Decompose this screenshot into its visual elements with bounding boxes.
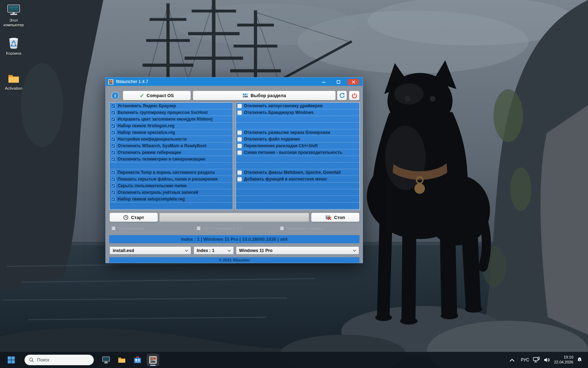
checkbox-checked[interactable]: ✓	[111, 124, 115, 128]
tweak-option-row[interactable]: ✓Настройки конфиденциальности	[110, 136, 233, 143]
minimize-button[interactable]	[318, 79, 329, 85]
edition-dropdown[interactable]: Windows 11 Pro	[236, 246, 359, 254]
dropdown-value: Index : 1	[197, 248, 215, 253]
checkbox-checked[interactable]: ✓	[111, 197, 115, 202]
tweak-option-label: Перенести Temp в корень системного разде…	[118, 170, 215, 175]
network-status[interactable]	[531, 354, 542, 366]
taskbar-app-store[interactable]	[131, 354, 144, 366]
desktop-icon-recycle-bin[interactable]: Корзина	[2, 36, 25, 56]
taskbar-overflow-chevron[interactable]	[507, 354, 517, 366]
focus-assist[interactable]: z	[574, 354, 585, 366]
tweak-option-row[interactable]: ✓Набор твиков setupcomplete.reg	[110, 196, 233, 203]
tweak-option-row[interactable]: ✓Набор твиков firstlogon.reg	[110, 123, 233, 129]
tweak-option-row[interactable]: Схема питания - высокая производительнос…	[236, 149, 359, 156]
store-icon	[133, 355, 142, 364]
tweak-option-row[interactable]: ✓Отключить телеметрию и синхронизацию	[110, 156, 233, 163]
index-dropdown[interactable]: Index : 1	[194, 246, 234, 254]
checkbox-checked[interactable]: ✓	[111, 170, 115, 175]
tweak-option-label: Переключение раскладки Ctrl+Shift	[244, 143, 318, 148]
tweak-option-row[interactable]: ✓Показать скрытые файлы, папки и расшире…	[110, 176, 233, 183]
tweak-option-row[interactable]: ✓Отключить контроль учётных записей	[110, 189, 233, 196]
checkbox-icon	[112, 226, 115, 230]
tweak-option-row[interactable]: Отключить файл подкачки	[236, 136, 359, 143]
tweak-option-row[interactable]: ✓Перенести Temp в корень системного разд…	[110, 169, 233, 176]
minimize-icon	[322, 80, 326, 84]
copyright-text: © 2021 flibustier	[219, 258, 250, 262]
tweak-option-row[interactable]: Отключить размытие экрана блокировки	[236, 129, 359, 136]
taskbar-search[interactable]: Поиск	[24, 355, 94, 365]
maximize-button[interactable]	[333, 79, 343, 85]
taskbar: Поиск РУС	[0, 352, 588, 368]
checkbox-unchecked[interactable]	[237, 144, 242, 148]
empty-row	[236, 156, 359, 163]
tweak-option-row[interactable]: Переключение раскладки Ctrl+Shift	[236, 143, 359, 149]
checkbox-unchecked[interactable]	[237, 130, 242, 135]
tweak-option-row[interactable]: ✓Исправить цвет заголовков окон(для Ribb…	[110, 116, 233, 123]
tweak-option-label: Набор твиков setupcomplete.reg	[118, 197, 185, 202]
info-button[interactable]: i	[111, 92, 119, 100]
flblauncher-window: flblauncher 1.4.7 i ✓ Compact OS Выбор р…	[105, 77, 363, 263]
tweak-option-row[interactable]: ✓Установить Яндекс Браузер	[110, 103, 233, 109]
language-packs-label: Языковые пакеты	[286, 226, 324, 231]
refresh-icon	[339, 93, 345, 98]
tweak-option-label: Настройки конфиденциальности	[118, 137, 187, 142]
close-button[interactable]	[348, 79, 359, 85]
window-title: flblauncher 1.4.7	[116, 79, 148, 84]
taskbar-app-flblauncher-active[interactable]	[147, 354, 159, 366]
tweak-option-row[interactable]: ✓Отключить режим гибернации	[110, 149, 233, 156]
checkbox-unchecked[interactable]	[237, 137, 242, 142]
clock-icon	[123, 215, 128, 220]
desktop-icon-this-pc[interactable]: Этот компьютер	[2, 4, 25, 27]
date-label: 22.04.2026	[550, 360, 573, 364]
start-menu-button[interactable]	[5, 354, 18, 366]
stop-icon	[326, 214, 331, 220]
checkbox-checked[interactable]: ✓	[111, 130, 115, 135]
taskbar-app-explorer[interactable]	[115, 354, 128, 366]
checkbox-unchecked[interactable]	[237, 170, 242, 175]
checkbox-checked[interactable]: ✓	[111, 184, 115, 188]
checkbox-unchecked[interactable]	[237, 104, 242, 108]
app-icon	[108, 79, 113, 84]
image-info-bar: Index : 1 | Windows 11 Pro | 10.0.28000.…	[109, 235, 359, 243]
checkbox-unchecked[interactable]	[237, 177, 242, 182]
tweak-option-row[interactable]: Отключить фиксы Meltdown, Spectre, Downf…	[236, 169, 359, 176]
tweak-option-row[interactable]: ✓Отключить WSearch, SysMain и ReadyBoot	[110, 143, 233, 149]
empty-row	[236, 196, 359, 203]
tweak-option-row[interactable]: ✓Скрыть пользовательские папки	[110, 183, 233, 189]
checkbox-checked[interactable]: ✓	[111, 117, 115, 122]
checkbox-checked[interactable]: ✓	[111, 144, 115, 148]
tweak-option-row[interactable]: Добавить функций в контекстное меню	[236, 176, 359, 183]
time-label: 19:10	[550, 355, 573, 360]
checkbox-checked[interactable]: ✓	[111, 104, 115, 108]
pc-icon	[102, 355, 111, 364]
checkbox-unchecked[interactable]	[237, 110, 242, 115]
language-label: РУС	[521, 357, 529, 362]
checkbox-checked[interactable]: ✓	[111, 177, 115, 182]
titlebar[interactable]: flblauncher 1.4.7	[106, 77, 363, 86]
tweak-option-row[interactable]: Отключить автоустановку драйверов	[236, 103, 359, 109]
partition-select-button[interactable]: Выбор раздела	[193, 91, 336, 100]
checkbox-checked[interactable]: ✓	[111, 137, 115, 142]
start-button[interactable]: Старт	[110, 213, 158, 222]
tweak-option-row[interactable]: ✓Включить группировку процессов SvcHost	[110, 109, 233, 116]
checkbox-checked[interactable]: ✓	[111, 190, 115, 195]
compact-os-button[interactable]: ✓ Compact OS	[123, 91, 191, 100]
language-indicator[interactable]: РУС	[519, 352, 531, 368]
checkbox-unchecked[interactable]	[237, 150, 242, 155]
checkbox-checked[interactable]: ✓	[111, 150, 115, 155]
tweak-option-row[interactable]: ✓Набор твиков specialize.reg	[110, 129, 233, 136]
image-file-dropdown[interactable]: install.esd	[110, 246, 191, 254]
taskbar-clock[interactable]: 19:10 22.04.2026	[550, 355, 573, 364]
tweak-option-label: Отключить контроль учётных записей	[118, 190, 198, 195]
power-button[interactable]	[349, 91, 359, 100]
checkbox-checked[interactable]: ✓	[111, 157, 115, 162]
focus-assist-bell-icon: z	[576, 357, 583, 363]
tweak-option-row[interactable]: Отключить Брандмауэр Windows	[236, 109, 359, 116]
refresh-button[interactable]	[337, 91, 347, 100]
this-pc-icon	[6, 4, 21, 16]
checkbox-checked[interactable]: ✓	[111, 110, 115, 115]
taskbar-app-pc[interactable]	[100, 354, 112, 366]
desktop-icon-activation[interactable]: Activation	[2, 72, 25, 91]
stop-button[interactable]: Стоп	[311, 213, 359, 222]
tweak-option-label: Отключить WSearch, SysMain и ReadyBoot	[118, 143, 206, 148]
